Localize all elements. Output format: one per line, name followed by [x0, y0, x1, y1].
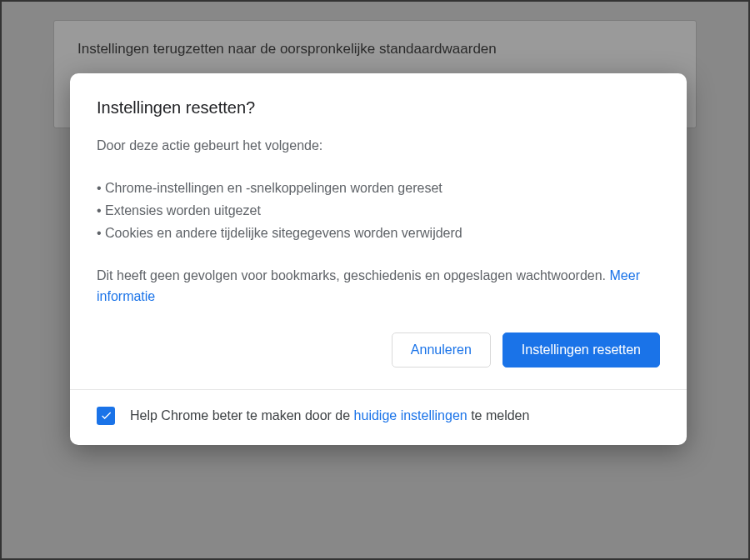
- bullet-item: Cookies en andere tijdelijke sitegegeven…: [97, 222, 660, 244]
- dialog-body: Instellingen resetten? Door deze actie g…: [70, 73, 687, 389]
- dialog-title: Instellingen resetten?: [97, 98, 660, 118]
- footer-text-after: te melden: [468, 408, 530, 422]
- reset-settings-dialog: Instellingen resetten? Door deze actie g…: [70, 73, 687, 445]
- dialog-intro: Door deze actie gebeurt het volgende:: [97, 136, 660, 157]
- dialog-bullet-list: Chrome-instellingen en -snelkoppelingen …: [97, 177, 660, 245]
- dialog-note: Dit heeft geen gevolgen voor bookmarks, …: [97, 266, 660, 308]
- check-icon: [100, 409, 112, 422]
- dialog-actions: Annuleren Instellingen resetten: [97, 332, 660, 368]
- confirm-reset-button[interactable]: Instellingen resetten: [502, 332, 660, 368]
- banner-title: Instellingen terugzetten naar de oorspro…: [78, 41, 672, 58]
- current-settings-link[interactable]: huidige instellingen: [354, 408, 468, 422]
- bullet-item: Extensies worden uitgezet: [97, 199, 660, 222]
- footer-text-before: Help Chrome beter te maken door de: [130, 408, 354, 422]
- dialog-footer: Help Chrome beter te maken door de huidi…: [70, 389, 687, 445]
- report-checkbox[interactable]: [97, 407, 115, 425]
- note-text: Dit heeft geen gevolgen voor bookmarks, …: [97, 268, 610, 282]
- footer-label: Help Chrome beter te maken door de huidi…: [130, 408, 529, 423]
- bullet-item: Chrome-instellingen en -snelkoppelingen …: [97, 177, 660, 199]
- cancel-button[interactable]: Annuleren: [392, 332, 491, 368]
